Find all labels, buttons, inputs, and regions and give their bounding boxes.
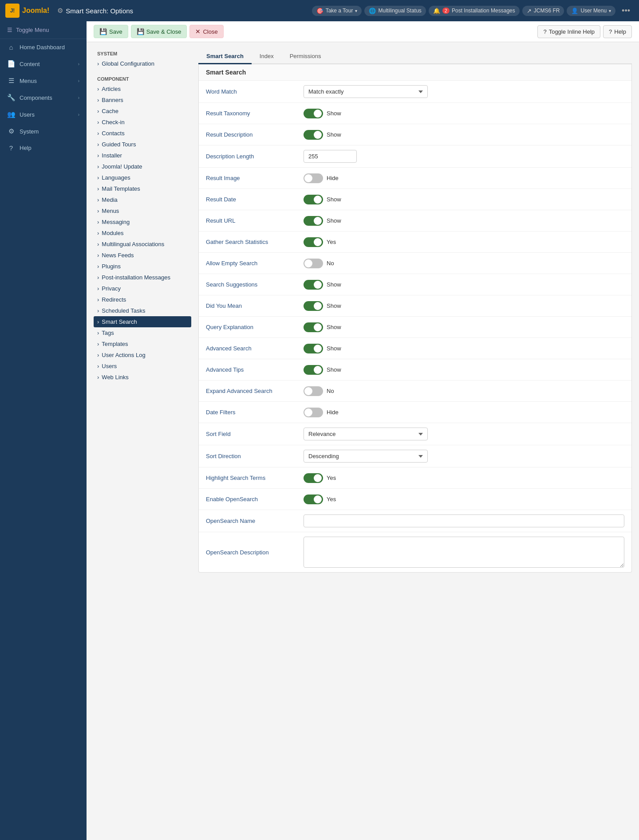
- left-nav-plugins[interactable]: ›Plugins: [94, 261, 191, 272]
- user-icon: 👤: [571, 8, 578, 14]
- result-image-control: Hide: [304, 173, 624, 183]
- result-url-toggle[interactable]: [304, 216, 323, 226]
- save-close-label: Save & Close: [146, 28, 181, 35]
- global-config-item[interactable]: › Global Configuration: [94, 58, 191, 69]
- jcms6-pill[interactable]: ↗ JCMS6 FR: [522, 6, 564, 16]
- date-filters-control: Hide: [304, 408, 624, 417]
- query-explanation-toggle[interactable]: [304, 322, 323, 332]
- left-nav-templates[interactable]: ›Templates: [94, 338, 191, 349]
- sidebar-item-menus[interactable]: ☰ Menus ›: [0, 72, 87, 89]
- logo-text: Joomla!: [22, 7, 49, 15]
- sort-direction-row: Sort Direction Descending Ascending: [199, 445, 631, 467]
- logo[interactable]: J! Joomla!: [5, 4, 49, 18]
- sidebar-menus-label: Menus: [20, 78, 37, 84]
- left-nav-contacts[interactable]: ›Contacts: [94, 128, 191, 139]
- toggle-menu-button[interactable]: ☰ Toggle Menu: [0, 21, 87, 39]
- allow-empty-search-control: No: [304, 259, 624, 268]
- left-nav-redirects[interactable]: ›Redirects: [94, 294, 191, 305]
- gather-stats-toggle[interactable]: [304, 237, 323, 247]
- sidebar-item-help[interactable]: ? Help: [0, 140, 87, 156]
- search-suggestions-row: Search Suggestions Show: [199, 274, 631, 295]
- did-you-mean-toggle-wrap: Show: [304, 301, 341, 311]
- more-options-button[interactable]: •••: [618, 4, 634, 17]
- multilingual-pill[interactable]: 🌐 Multilingual Status: [364, 6, 426, 16]
- left-nav-smart-search[interactable]: ›Smart Search: [94, 316, 191, 327]
- highlight-search-terms-toggle-wrap: Yes: [304, 473, 336, 483]
- result-date-label: Result Date: [206, 196, 304, 203]
- save-button[interactable]: 💾 Save: [94, 25, 128, 38]
- left-nav-banners[interactable]: ›Banners: [94, 94, 191, 106]
- sidebar-item-components[interactable]: 🔧 Components ›: [0, 89, 87, 106]
- sidebar-item-home[interactable]: ⌂ Home Dashboard: [0, 39, 87, 55]
- help-button[interactable]: ? Help: [603, 25, 632, 38]
- left-nav-user-actions[interactable]: ›User Actions Log: [94, 349, 191, 361]
- left-nav-guided-tours[interactable]: ›Guided Tours: [94, 139, 191, 150]
- left-nav-tags[interactable]: ›Tags: [94, 327, 191, 338]
- user-menu-pill[interactable]: 👤 User Menu ▾: [567, 6, 615, 16]
- left-nav-web-links[interactable]: ›Web Links: [94, 372, 191, 383]
- search-suggestions-toggle[interactable]: [304, 280, 323, 290]
- sidebar-item-content[interactable]: 📄 Content ›: [0, 55, 87, 72]
- result-date-toggle[interactable]: [304, 195, 323, 204]
- left-navigation: System › Global Configuration Component …: [94, 49, 191, 573]
- left-nav-checkin[interactable]: ›Check-in: [94, 117, 191, 128]
- result-description-label: Result Description: [206, 131, 304, 138]
- left-nav-cache[interactable]: ›Cache: [94, 106, 191, 117]
- gather-stats-row: Gather Search Statistics Yes: [199, 232, 631, 253]
- expand-advanced-search-toggle[interactable]: [304, 386, 323, 396]
- left-nav-media[interactable]: ›Media: [94, 194, 191, 205]
- left-nav-messaging[interactable]: ›Messaging: [94, 216, 191, 228]
- result-image-toggle[interactable]: [304, 173, 323, 183]
- save-close-button[interactable]: 💾 Save & Close: [131, 25, 187, 38]
- date-filters-toggle[interactable]: [304, 408, 323, 417]
- advanced-tips-toggle[interactable]: [304, 365, 323, 375]
- left-nav-menus[interactable]: ›Menus: [94, 205, 191, 216]
- allow-empty-search-toggle[interactable]: [304, 259, 323, 268]
- highlight-search-terms-toggle[interactable]: [304, 473, 323, 483]
- toggle-inline-help-button[interactable]: ? Toggle Inline Help: [537, 25, 600, 38]
- chevron-r-icon: ›: [97, 86, 99, 92]
- did-you-mean-label: Did You Mean: [206, 302, 304, 309]
- did-you-mean-toggle[interactable]: [304, 301, 323, 311]
- opensearch-name-input[interactable]: [304, 514, 624, 527]
- enable-opensearch-row: Enable OpenSearch Yes: [199, 489, 631, 510]
- result-description-toggle[interactable]: [304, 130, 323, 140]
- tab-index[interactable]: Index: [252, 49, 282, 64]
- left-nav-scheduled-tasks[interactable]: ›Scheduled Tasks: [94, 305, 191, 316]
- left-nav-post-install[interactable]: ›Post-installation Messages: [94, 272, 191, 283]
- components-icon: 🔧: [7, 94, 15, 102]
- close-button[interactable]: ✕ Close: [189, 25, 223, 38]
- left-nav-news-feeds[interactable]: ›News Feeds: [94, 250, 191, 261]
- word-match-select[interactable]: Match exactly Match any word Match all w…: [304, 85, 428, 98]
- tour-pill[interactable]: 🎯 Take a Tour ▾: [312, 6, 362, 16]
- left-nav-installer[interactable]: ›Installer: [94, 150, 191, 161]
- chevron-right-icon: ›: [78, 112, 79, 117]
- left-nav-multilingual[interactable]: ›Multilingual Associations: [94, 239, 191, 250]
- top-nav-right: 🎯 Take a Tour ▾ 🌐 Multilingual Status 🔔 …: [312, 4, 634, 17]
- left-nav-privacy[interactable]: ›Privacy: [94, 283, 191, 294]
- did-you-mean-toggle-label: Show: [327, 302, 341, 309]
- left-nav-mail-templates[interactable]: ›Mail Templates: [94, 183, 191, 194]
- tab-permissions[interactable]: Permissions: [282, 49, 329, 64]
- notifications-pill[interactable]: 🔔 2 Post Installation Messages: [429, 6, 520, 16]
- left-nav-articles[interactable]: ›Articles: [94, 83, 191, 94]
- description-length-row: Description Length: [199, 145, 631, 168]
- left-nav-users[interactable]: ›Users: [94, 361, 191, 372]
- enable-opensearch-toggle[interactable]: [304, 495, 323, 504]
- sort-field-select[interactable]: Relevance Date Title Author: [304, 428, 428, 440]
- gather-stats-toggle-label: Yes: [327, 239, 336, 245]
- sidebar-item-system[interactable]: ⚙ System: [0, 123, 87, 140]
- search-suggestions-toggle-label: Show: [327, 281, 341, 288]
- tab-smart-search[interactable]: Smart Search: [198, 49, 252, 64]
- opensearch-description-textarea[interactable]: [304, 537, 624, 568]
- result-taxonomy-toggle[interactable]: [304, 109, 323, 118]
- sidebar-item-users[interactable]: 👥 Users ›: [0, 106, 87, 123]
- chevron-r-icon: ›: [97, 119, 99, 126]
- left-nav-languages[interactable]: ›Languages: [94, 172, 191, 183]
- description-length-input[interactable]: [304, 150, 357, 163]
- advanced-tips-label: Advanced Tips: [206, 366, 304, 373]
- advanced-search-toggle[interactable]: [304, 344, 323, 353]
- left-nav-modules[interactable]: ›Modules: [94, 228, 191, 239]
- sort-direction-select[interactable]: Descending Ascending: [304, 450, 428, 463]
- left-nav-joomla-update[interactable]: ›Joomla! Update: [94, 161, 191, 172]
